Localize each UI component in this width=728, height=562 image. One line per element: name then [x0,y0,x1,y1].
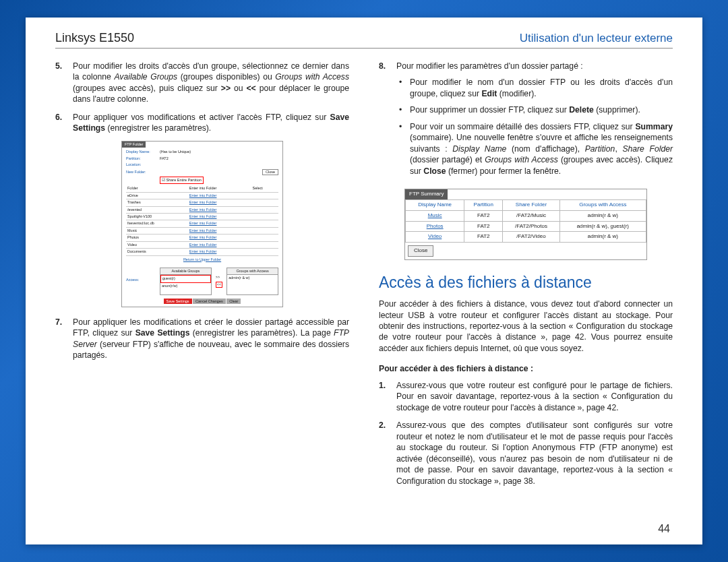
c: /FAT2/Photos [503,221,559,232]
bullet: •Pour supprimer un dossier FTP, cliquez … [396,104,673,115]
t: (supprimer). [594,105,640,115]
th: Partition [464,200,503,211]
item-number: 1. [379,380,396,413]
link[interactable]: Enter into Folder [189,228,217,232]
link[interactable]: Enter into Folder [189,208,217,212]
t: Pour modifier le nom d'un dossier FTP ou… [410,77,673,98]
value: (Has to be Unique) [160,150,278,154]
list-item: 2. Assurez-vous que des comptes d'utilis… [379,420,673,487]
th: Select [251,185,279,192]
ftp-folder-dialog-screenshot: FTP Folder Display Name:(Has to be Uniqu… [121,141,283,307]
c[interactable]: Music [406,210,464,221]
t: Edit [481,89,497,98]
t: Pour voir un sommaire détaillé des dossi… [410,122,635,131]
header-left: Linksys E1550 [55,31,134,45]
c: admin(r & w), guest(r) [559,221,646,232]
list-item-7: 7. Pour appliquer les modifications et c… [55,317,349,361]
c[interactable]: Photos [406,221,464,232]
t: (serveur FTP) s'affiche de nouveau, avec… [73,340,349,360]
t: (nom d'affichage), [506,144,584,154]
c: admin(r & w) [559,232,646,243]
table-row: eDriveEnter into Folder [126,192,278,199]
item-text: Pour appliquer vos modifications et acti… [73,112,349,134]
hdr: Groups with Access [227,268,278,275]
link[interactable]: Enter into Folder [189,235,217,239]
c: /evented [126,206,188,213]
label: Partition: [126,156,160,161]
link[interactable]: Enter into Folder [189,221,217,225]
t: (enregistrer les paramètres). La page [189,328,333,338]
list-item[interactable]: guest(r) [160,275,211,282]
c[interactable]: Video [406,232,464,243]
bullet-icon: • [396,104,410,115]
bullet-icon: • [396,121,410,177]
list-item-6: 6. Pour appliquer vos modifications et a… [55,112,349,134]
page-header: Linksys E1550 Utilisation d'un lecteur e… [55,31,673,49]
table-row: fseventsd:loc.dbEnter into Folder [126,220,278,227]
content-columns: 5. Pour modifier les droits d'accès d'un… [55,61,673,534]
dialog-tab: FTP Summary [405,189,448,199]
c: admin(r & w) [559,210,646,221]
item-text: Pour modifier les paramètres d'un dossie… [396,61,673,182]
t: Save Settings [135,328,190,338]
c: Music [126,227,188,234]
th: Folder [126,185,188,192]
item-text: Assurez-vous que votre routeur est confi… [396,380,673,413]
available-groups-list[interactable]: Available Groups guest(r) anon(r/w) [160,268,212,295]
c: fseventsd:loc.db [126,220,188,227]
cancel-button[interactable]: Cancel Changes [193,299,226,304]
t: Pour appliquer vos modifications et acti… [73,113,330,122]
manual-page: Linksys E1550 Utilisation d'un lecteur e… [26,18,702,544]
t: Close [423,166,446,176]
bullet: •Pour modifier le nom d'un dossier FTP o… [396,77,673,99]
t: (dossier partagé) et [410,155,485,164]
dialog-tab: FTP Folder [122,142,146,148]
c: FAT2 [464,232,503,243]
link[interactable]: Enter into Folder [189,200,217,204]
close-button[interactable]: Close [262,169,278,175]
header-right: Utilisation d'un lecteur externe [520,32,673,45]
section-paragraph: Pour accéder à des fichiers à distance, … [379,299,673,354]
t: Display Name [452,144,506,154]
share-checkbox-highlight[interactable]: ☑ Share Entire Partition [160,177,204,184]
move-left-button[interactable]: << [216,282,222,288]
bullet-icon: • [396,77,410,99]
t: Pour supprimer un dossier FTP, cliquez s… [410,105,569,115]
label: Display Name: [126,150,160,154]
t: Partition [585,144,615,154]
t: Share Folder [622,144,673,154]
hdr: Available Groups [160,268,211,275]
table-row: DocumentsEnter into Folder [126,249,278,255]
t: Summary [635,122,673,131]
list-item[interactable]: admin(r & w) [227,275,278,281]
list-item: 1. Assurez-vous que votre routeur est co… [379,380,673,413]
value: FAT2 [160,156,278,161]
bullet: •Pour voir un sommaire détaillé des doss… [396,121,673,177]
section-subtitle: Pour accéder à des fichiers à distance : [379,363,673,374]
t: (enregistrer les paramètres). [105,123,211,133]
save-settings-button[interactable]: Save Settings [164,299,192,304]
c: Video [126,241,188,248]
c: FAT2 [464,221,503,232]
list-item-5: 5. Pour modifier les droits d'accès d'un… [55,61,349,105]
t: Groups with Access [485,155,558,164]
c: FAT2 [464,210,503,221]
link[interactable]: Enter into Folder [189,193,217,197]
table-row: MusicEnter into Folder [126,227,278,234]
link[interactable]: Enter into Folder [189,243,217,247]
item-number: 7. [55,317,73,361]
link[interactable]: Enter into Folder [189,249,217,253]
table-row: TrashesEnter into Folder [126,199,278,206]
item-text: Pour modifier les droits d'accès d'un gr… [73,61,349,105]
groups-with-access-list[interactable]: Groups with Access admin(r & w) [226,268,278,295]
summary-table: Display Name Partition Share Folder Grou… [405,199,646,243]
list-item[interactable]: anon(r/w) [160,283,211,289]
close-button[interactable]: Close [408,245,433,257]
return-link[interactable]: Return to Upper Folder [183,257,221,261]
item-text: Assurez-vous que des comptes d'utilisate… [396,420,673,487]
move-arrows: >> << [216,268,222,295]
table-row: /eventedEnter into Folder [126,206,278,213]
link[interactable]: Enter into Folder [189,214,217,218]
clear-button[interactable]: Clear [226,299,241,304]
move-right-button[interactable]: >> [216,275,222,280]
